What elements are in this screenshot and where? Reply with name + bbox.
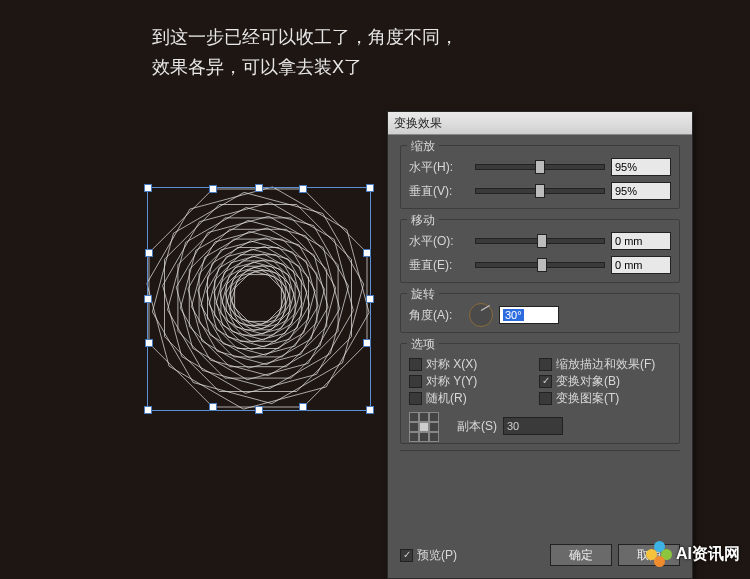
move-legend: 移动 (407, 212, 439, 229)
anchor-point[interactable] (363, 249, 371, 257)
scale-v-input[interactable]: 95% (611, 182, 671, 200)
scale-h-slider[interactable] (475, 164, 605, 170)
angle-label: 角度(A): (409, 307, 469, 324)
scale-h-label: 水平(H): (409, 159, 469, 176)
random-checkbox[interactable]: 随机(R) (409, 390, 529, 407)
reflect-y-checkbox[interactable]: 对称 Y(Y) (409, 373, 529, 390)
resize-handle-tr[interactable] (366, 184, 374, 192)
copies-input[interactable]: 30 (503, 417, 563, 435)
dialog-title[interactable]: 变换效果 (388, 112, 692, 135)
resize-handle-br[interactable] (366, 406, 374, 414)
anchor-point[interactable] (209, 185, 217, 193)
resize-handle-bl[interactable] (144, 406, 152, 414)
rotate-legend: 旋转 (407, 286, 439, 303)
angle-input[interactable]: 30° (499, 306, 559, 324)
anchor-point[interactable] (145, 339, 153, 347)
anchor-point[interactable] (209, 403, 217, 411)
resize-handle-mr[interactable] (366, 295, 374, 303)
resize-handle-tl[interactable] (144, 184, 152, 192)
divider (400, 450, 680, 451)
resize-handle-ml[interactable] (144, 295, 152, 303)
tutorial-caption: 到这一步已经可以收工了，角度不同， 效果各异，可以拿去装X了 (152, 22, 458, 82)
options-legend: 选项 (407, 336, 439, 353)
move-v-slider[interactable] (475, 262, 605, 268)
caption-line1: 到这一步已经可以收工了，角度不同， (152, 22, 458, 52)
scale-v-label: 垂直(V): (409, 183, 469, 200)
watermark: AI资讯网 (646, 541, 740, 567)
reference-point-matrix[interactable] (409, 412, 437, 440)
anchor-point[interactable] (299, 185, 307, 193)
angle-knob[interactable] (469, 303, 493, 327)
move-h-slider[interactable] (475, 238, 605, 244)
watermark-text: AI资讯网 (676, 544, 740, 565)
scale-legend: 缩放 (407, 138, 439, 155)
anchor-point[interactable] (145, 249, 153, 257)
selection-bounding-box[interactable] (147, 187, 371, 411)
scale-strokes-checkbox[interactable]: 缩放描边和效果(F) (539, 356, 659, 373)
anchor-point[interactable] (363, 339, 371, 347)
caption-line2: 效果各异，可以拿去装X了 (152, 52, 458, 82)
artboard-selection[interactable] (135, 175, 381, 421)
transform-objects-checkbox[interactable]: ✓变换对象(B) (539, 373, 659, 390)
scale-h-input[interactable]: 95% (611, 158, 671, 176)
rotate-section: 旋转 角度(A): 30° (400, 293, 680, 333)
anchor-point[interactable] (299, 403, 307, 411)
options-section: 选项 对称 X(X) 缩放描边和效果(F) 对称 Y(Y) ✓变换对象(B) 随… (400, 343, 680, 444)
preview-checkbox[interactable]: ✓预览(P) (400, 547, 457, 564)
move-h-input[interactable]: 0 mm (611, 232, 671, 250)
resize-handle-bm[interactable] (255, 406, 263, 414)
reflect-x-checkbox[interactable]: 对称 X(X) (409, 356, 529, 373)
move-v-input[interactable]: 0 mm (611, 256, 671, 274)
copies-label: 副本(S) (457, 418, 497, 435)
ok-button[interactable]: 确定 (550, 544, 612, 566)
transform-patterns-checkbox[interactable]: 变换图案(T) (539, 390, 659, 407)
transform-effect-dialog: 变换效果 缩放 水平(H): 95% 垂直(V): 95% 移动 水平(O): … (387, 111, 693, 579)
move-section: 移动 水平(O): 0 mm 垂直(E): 0 mm (400, 219, 680, 283)
move-v-label: 垂直(E): (409, 257, 469, 274)
move-h-label: 水平(O): (409, 233, 469, 250)
scale-section: 缩放 水平(H): 95% 垂直(V): 95% (400, 145, 680, 209)
watermark-logo-icon (646, 541, 672, 567)
resize-handle-tm[interactable] (255, 184, 263, 192)
scale-v-slider[interactable] (475, 188, 605, 194)
